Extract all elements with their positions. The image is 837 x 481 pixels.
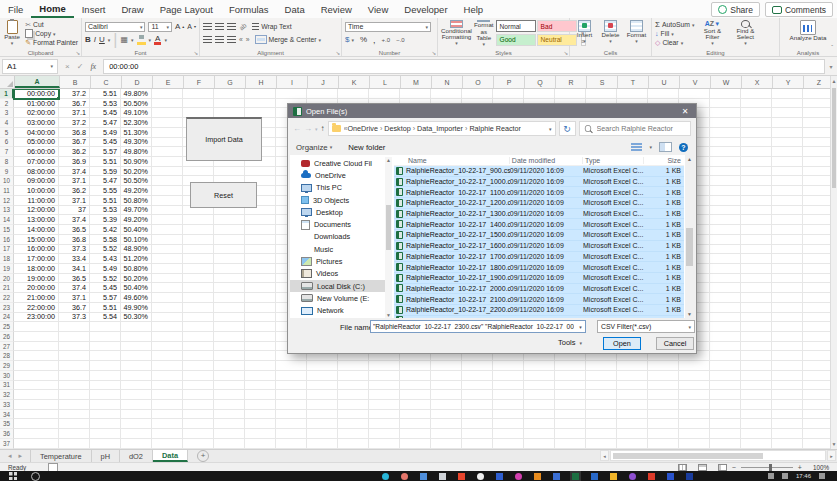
cell-Z18[interactable] [803, 254, 830, 264]
cell-H21[interactable] [245, 283, 276, 293]
breadcrumb[interactable]: «OneDrive›Desktop›Data_Importer›Ralphie … [328, 121, 556, 136]
cell-K36[interactable] [338, 429, 369, 439]
cell-X35[interactable] [741, 419, 772, 429]
cell-Y24[interactable] [772, 313, 803, 323]
cell-Y35[interactable] [772, 419, 803, 429]
row-header-32[interactable]: 32 [0, 390, 14, 400]
sheet-next-icon[interactable]: ▸ [19, 452, 23, 460]
cell-D12[interactable]: 50.80% [121, 196, 152, 206]
cell-C10[interactable]: 5.47 [90, 176, 121, 186]
cell-V34[interactable] [679, 410, 710, 420]
cell-X10[interactable] [741, 176, 772, 186]
cell-G23[interactable] [214, 303, 245, 313]
cell-A9[interactable]: 08:00:00 [14, 167, 59, 177]
cell-X4[interactable] [741, 118, 772, 128]
cell-Y30[interactable] [772, 371, 803, 381]
taskbar-app-icon[interactable] [401, 473, 408, 480]
cell-X21[interactable] [741, 283, 772, 293]
recent-locations-icon[interactable]: ▾ [315, 126, 318, 132]
row-header-21[interactable]: 21 [0, 283, 14, 293]
cell-W34[interactable] [710, 410, 741, 420]
column-header-type[interactable]: Type [583, 157, 644, 164]
cell-B5[interactable]: 36.8 [59, 128, 90, 138]
cell-C25[interactable] [90, 322, 121, 332]
cell-P35[interactable] [493, 419, 524, 429]
cell-M35[interactable] [400, 419, 431, 429]
cell-T37[interactable] [617, 439, 648, 449]
cell-W7[interactable] [710, 147, 741, 157]
col-header-d[interactable]: D [122, 76, 153, 88]
zoom-in-icon[interactable]: + [798, 464, 802, 471]
cell-R29[interactable] [555, 361, 586, 371]
cell-Y10[interactable] [772, 176, 803, 186]
zoom-level[interactable]: 100% [813, 464, 829, 471]
cell-E29[interactable] [152, 361, 183, 371]
cell-C2[interactable]: 5.53 [90, 99, 121, 109]
cell-M1[interactable] [400, 89, 431, 99]
breadcrumb-ralphie-reactor[interactable]: Ralphie Reactor [469, 124, 521, 133]
cell-X36[interactable] [741, 429, 772, 439]
number-format-combo[interactable]: Time▾ [345, 22, 431, 32]
cell-X8[interactable] [741, 157, 772, 167]
cell-T34[interactable] [617, 410, 648, 420]
cell-P34[interactable] [493, 410, 524, 420]
column-header-name[interactable]: Name [394, 157, 510, 164]
row-header-12[interactable]: 12 [0, 196, 14, 206]
cell-F18[interactable] [183, 254, 214, 264]
cell-W16[interactable] [710, 235, 741, 245]
cell-B11[interactable]: 36.2 [59, 186, 90, 196]
cell-L29[interactable] [369, 361, 400, 371]
cell-Q36[interactable] [524, 429, 555, 439]
refresh-button[interactable]: ↻ [559, 121, 576, 136]
cell-B18[interactable]: 33.4 [59, 254, 90, 264]
cell-A4[interactable]: 03:00:00 [14, 118, 59, 128]
cell-F14[interactable] [183, 215, 214, 225]
cell-F31[interactable] [183, 381, 214, 391]
cell-I36[interactable] [276, 429, 307, 439]
cell-R1[interactable] [555, 89, 586, 99]
cell-G27[interactable] [214, 342, 245, 352]
cell-Y28[interactable] [772, 351, 803, 361]
cell-K29[interactable] [338, 361, 369, 371]
row-header-5[interactable]: 5 [0, 128, 14, 138]
cell-H19[interactable] [245, 264, 276, 274]
cell-D9[interactable]: 50.20% [121, 167, 152, 177]
cell-Q37[interactable] [524, 439, 555, 449]
cell-E27[interactable] [152, 342, 183, 352]
cell-Z25[interactable] [803, 322, 830, 332]
col-header-r[interactable]: R [556, 76, 587, 88]
cell-V36[interactable] [679, 429, 710, 439]
cell-F22[interactable] [183, 293, 214, 303]
cell-B3[interactable]: 37.1 [59, 108, 90, 118]
up-icon[interactable]: ↑ [321, 124, 325, 133]
cell-W36[interactable] [710, 429, 741, 439]
row-header-35[interactable]: 35 [0, 419, 14, 429]
cell-G30[interactable] [214, 371, 245, 381]
cell-K37[interactable] [338, 439, 369, 449]
cell-S31[interactable] [586, 381, 617, 391]
row-header-4[interactable]: 4 [0, 118, 14, 128]
row-header-25[interactable]: 25 [0, 322, 14, 332]
cell-C26[interactable] [90, 332, 121, 342]
comma-style-button[interactable]: , [373, 35, 376, 45]
cell-G9[interactable] [214, 167, 245, 177]
cell-G32[interactable] [214, 390, 245, 400]
cell-Q30[interactable] [524, 371, 555, 381]
cell-X24[interactable] [741, 313, 772, 323]
row-header-11[interactable]: 11 [0, 186, 14, 196]
cell-Z7[interactable] [803, 147, 830, 157]
cell-C24[interactable]: 5.54 [90, 313, 121, 323]
col-header-s[interactable]: S [587, 76, 618, 88]
cell-H15[interactable] [245, 225, 276, 235]
cell-D4[interactable]: 52.30% [121, 118, 152, 128]
cell-S34[interactable] [586, 410, 617, 420]
file-name-input[interactable] [371, 323, 576, 330]
start-button-icon[interactable] [9, 472, 17, 480]
file-list-scrollbar[interactable]: ▲ ▼ [685, 155, 694, 318]
file-row[interactable]: RalphieReactor_10-22-17_1400.csv09/11/20… [394, 219, 684, 230]
cell-D22[interactable]: 49.60% [121, 293, 152, 303]
percent-style-button[interactable]: % [360, 35, 367, 44]
cell-U32[interactable] [648, 390, 679, 400]
cell-D20[interactable]: 50.20% [121, 274, 152, 284]
cell-H36[interactable] [245, 429, 276, 439]
